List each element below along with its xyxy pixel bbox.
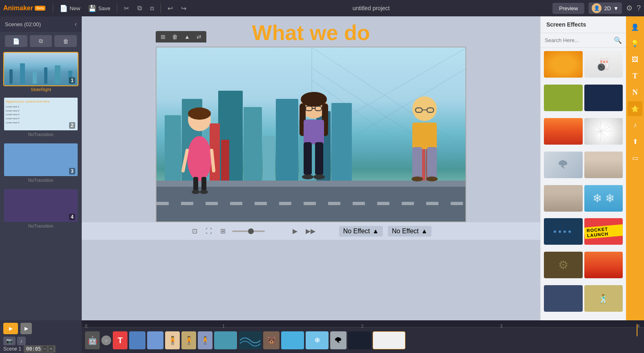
track-char2[interactable]: 🧍 xyxy=(181,331,196,349)
scene-thumbnail-2[interactable]: Append your content text here Lorem text… xyxy=(3,97,78,131)
track-dark[interactable] xyxy=(348,331,371,349)
track-sky[interactable] xyxy=(281,331,304,349)
scene-thumb-4 xyxy=(4,189,78,222)
effect-thumb-10[interactable]: ❄ ❄ xyxy=(584,185,623,212)
track-tornado[interactable]: 🌪 xyxy=(330,331,347,349)
effect-thumb-7[interactable]: 🌪 xyxy=(544,152,583,178)
new-button[interactable]: 📄 New xyxy=(56,3,83,14)
upload-icon-button[interactable]: ⬆ xyxy=(628,134,642,149)
characters-icon-button[interactable]: 👤 xyxy=(628,20,642,34)
effect-thumb-15[interactable] xyxy=(544,285,583,312)
track-snow2[interactable]: ❄ xyxy=(306,331,329,349)
avatar: 👤 xyxy=(592,3,602,13)
effects-panel: Screen Effects 🔍 🎳 xyxy=(540,16,626,320)
music-track-button[interactable]: ♪ xyxy=(17,337,26,345)
character-right[interactable] xyxy=(404,93,445,197)
transform-button[interactable]: ▲ xyxy=(182,33,192,41)
paste-button[interactable]: ⧈ xyxy=(147,3,157,13)
track-waves[interactable] xyxy=(239,331,262,349)
track-text[interactable]: T xyxy=(113,331,127,349)
copy-scene-button[interactable]: ⧉ xyxy=(30,35,52,47)
scenes-list: 1 SlideRight Append your content text he… xyxy=(0,50,82,320)
new-scene-button[interactable]: 📄 xyxy=(5,35,27,47)
font-icon-button[interactable]: N xyxy=(628,85,642,100)
fullscreen-button[interactable]: ⛶ xyxy=(204,226,214,237)
ruler-mark-2: 2 xyxy=(361,324,364,328)
scene-item-4[interactable]: 4 NoTransition xyxy=(3,188,78,231)
canvas-controls: ⊡ ⛶ ⊞ ▶ ▶▶ No Effect ▲ No Effect ▲ xyxy=(82,222,540,240)
effect-thumb-4[interactable] xyxy=(584,85,623,111)
delete-element-button[interactable]: 🗑 xyxy=(170,33,180,41)
collapse-scenes-button[interactable]: ‹ xyxy=(75,20,77,28)
canvas-container[interactable] xyxy=(156,47,466,222)
props-icon-button[interactable]: 💡 xyxy=(628,36,642,51)
scene-item-3[interactable]: 3 NoTransition xyxy=(3,143,78,185)
settings-icon[interactable]: ⚙ xyxy=(626,4,633,13)
effect-thumb-16[interactable]: 🕺 xyxy=(584,285,623,312)
effect-thumb-9[interactable] xyxy=(544,185,583,212)
scene-thumbnail-4[interactable]: 4 xyxy=(3,188,78,223)
track-city[interactable] xyxy=(214,331,237,349)
music-icon-button[interactable]: ♪ xyxy=(628,118,642,132)
cut-button[interactable]: ✂ xyxy=(121,3,132,14)
camera-button[interactable]: 📷 xyxy=(3,337,16,345)
grid-button[interactable]: ⊞ xyxy=(158,33,168,41)
scene-num-3: 3 xyxy=(69,168,75,174)
track-char3[interactable]: 🧍 xyxy=(198,331,212,349)
scene-thumbnail-3[interactable]: 3 xyxy=(3,143,78,177)
delete-scene-button[interactable]: 🗑 xyxy=(54,35,77,47)
effect1-label: No Effect xyxy=(343,228,370,235)
transition-icon-button[interactable]: ▭ xyxy=(628,150,642,165)
text-icon-button[interactable]: T xyxy=(628,69,642,83)
effects-icon-button[interactable]: ⭐ xyxy=(628,101,642,116)
zoom-slider[interactable] xyxy=(232,230,265,232)
effect-thumb-1[interactable] xyxy=(544,51,583,78)
character-center[interactable] xyxy=(291,89,332,197)
preview-button[interactable]: Preview xyxy=(552,3,584,14)
image-icon-button[interactable]: 🖼 xyxy=(628,52,642,67)
track-robot[interactable]: 🤖 xyxy=(85,331,100,349)
mode-selector[interactable]: 👤 2D ▼ xyxy=(588,2,622,14)
effect-thumb-13[interactable]: ⚙ xyxy=(544,252,583,278)
fit-screen-button[interactable]: ⊡ xyxy=(190,226,199,237)
copy-button[interactable]: ⧉ xyxy=(134,3,145,13)
swap-button[interactable]: ⇄ xyxy=(194,33,204,41)
effects-search-input[interactable] xyxy=(545,37,614,43)
undo-button[interactable]: ↩ xyxy=(164,3,176,14)
character-left[interactable] xyxy=(181,105,218,197)
effect-thumb-11[interactable] xyxy=(544,218,583,245)
effect-thumb-6[interactable] xyxy=(584,118,623,145)
play-small-button[interactable]: ▶ xyxy=(20,323,32,334)
scene-item-2[interactable]: Append your content text here Lorem text… xyxy=(3,97,78,139)
effect-thumb-2[interactable]: 🎳 xyxy=(584,51,623,78)
track-circle[interactable]: ○ xyxy=(101,335,111,345)
effect-selector-1[interactable]: No Effect ▲ xyxy=(339,226,383,237)
effect-thumb-14[interactable] xyxy=(584,252,623,278)
time-minus-button[interactable]: − xyxy=(42,346,47,352)
scene-thumb-3 xyxy=(4,143,78,176)
svg-rect-23 xyxy=(304,142,312,175)
track-blue2[interactable] xyxy=(147,331,163,349)
grid-toggle-button[interactable]: ⊞ xyxy=(219,226,227,237)
track-white[interactable] xyxy=(373,331,405,349)
effect-selector-2[interactable]: No Effect ▲ xyxy=(388,226,432,237)
skip-button[interactable]: ▶▶ xyxy=(304,226,317,237)
play-main-button[interactable]: ▶ xyxy=(3,323,18,334)
right-sidebar: 👤 💡 🖼 T N ⭐ ♪ ⬆ ▭ xyxy=(626,16,644,320)
scene-thumbnail-1[interactable]: 1 xyxy=(3,52,78,86)
play-button[interactable]: ▶ xyxy=(291,226,299,237)
track-char1[interactable]: 🧍 xyxy=(165,331,180,349)
effect-thumb-3[interactable] xyxy=(544,85,583,111)
scene-transition-4: NoTransition xyxy=(3,223,78,231)
redo-button[interactable]: ↪ xyxy=(178,3,190,14)
scene-item-1[interactable]: 1 SlideRight xyxy=(3,52,78,94)
effect-thumb-8[interactable] xyxy=(584,152,623,178)
save-button[interactable]: 💾 Save xyxy=(85,3,114,14)
help-icon[interactable]: ? xyxy=(637,4,641,13)
effect-thumb-12[interactable]: ROCKET LAUNCH xyxy=(584,218,623,245)
time-plus-button[interactable]: + xyxy=(49,346,53,352)
track-circle-label: ○ xyxy=(105,338,107,343)
track-bear[interactable]: 🐻 xyxy=(263,331,280,349)
track-blue1[interactable] xyxy=(129,331,145,349)
effect-thumb-5[interactable] xyxy=(544,118,583,145)
